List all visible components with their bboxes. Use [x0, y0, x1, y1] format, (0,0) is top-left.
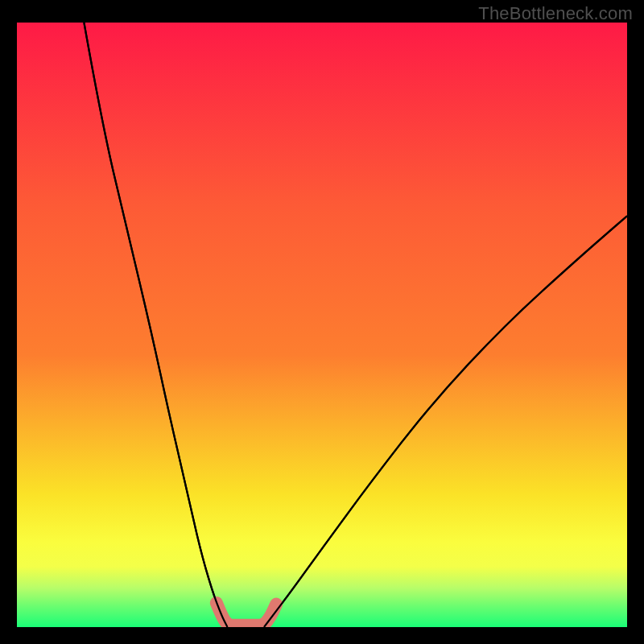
- bottleneck-chart: [17, 23, 627, 627]
- chart-frame: TheBottleneck.com: [0, 0, 644, 644]
- gradient-bg: [17, 23, 627, 627]
- plot-area: [17, 23, 627, 627]
- watermark-text: TheBottleneck.com: [478, 3, 633, 24]
